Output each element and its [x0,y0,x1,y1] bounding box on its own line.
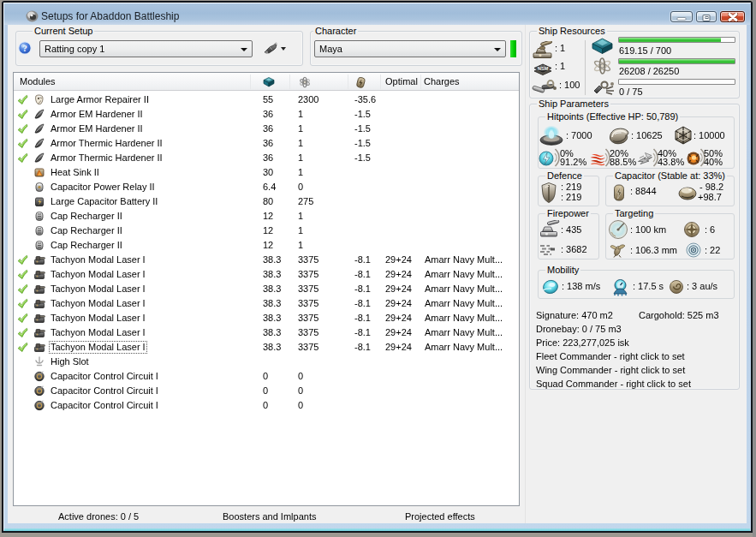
svg-text:NSM: NSM [538,66,549,71]
svg-text:?: ? [22,44,27,53]
